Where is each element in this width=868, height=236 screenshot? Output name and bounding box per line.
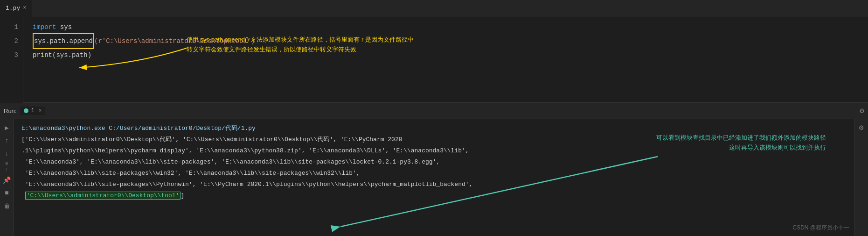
run-sidebar: ▶ ↑ ↓ ≡ ↑ 📌 ■ 🗑 [0,119,14,236]
code-sys: sys [56,20,72,34]
file-tab-close[interactable]: × [23,5,26,11]
output-cmd-line: E:\anaconda3\python.exe C:/Users/adminis… [21,123,847,134]
output-line-3: 'E:\\anaconda3', 'E:\\anaconda3\\lib\\si… [21,157,847,168]
run-tab-close[interactable]: × [39,108,42,114]
scroll-down-button[interactable]: ↓ [2,149,12,158]
annotation-run: 可以看到模块查找目录中已经添加进了我们额外添加的模块路径 这时再导入该模块则可以… [656,133,826,153]
file-tab-label: 1.py [6,5,20,12]
annotation-run-line1: 可以看到模块查找目录中已经添加进了我们额外添加的模块路径 [656,133,826,143]
code-area: 1 2 3 import sys sys.path.append(r'C:\Us… [0,16,868,103]
annotation-top-line2: 转义字符会致使文件路径发生错误，所以使路径中转义字符失效 [187,45,414,55]
file-tab[interactable]: 1.py × [0,0,32,16]
run-right-toolbar: ⚙ [854,119,868,236]
editor-section: 1.py × 1 2 3 import sys sys.path.append(… [0,0,868,103]
run-settings-icon[interactable]: ⚙ [859,123,864,132]
stop-button[interactable]: ■ [2,188,12,198]
run-status-dot [24,108,28,113]
rerun-button[interactable]: ≡ ↑ [2,162,12,172]
delete-button[interactable]: 🗑 [2,201,12,211]
code-line-2: sys.path.append(r'C:\Users\administrator… [33,34,868,48]
output-highlighted-path: 'C:\\Users\\administrator0\\Desktop\\too… [25,192,181,200]
highlighted-sys-path-append: sys.path.append [33,33,94,49]
output-line-4: 'E:\\anaconda3\\lib\\site-packages\\win3… [21,168,847,179]
code-line-3: print(sys.path) [33,48,868,62]
keyword-import: import [33,20,56,34]
code-content[interactable]: import sys sys.path.append(r'C:\Users\ad… [23,16,868,103]
pin-button[interactable]: 📌 [2,175,12,185]
run-tab-1[interactable]: 1 × [20,107,45,115]
output-line-5: 'E:\\anaconda3\\lib\\site-packages\\Pyth… [21,179,847,190]
editor-tab-bar: 1.py × [0,0,868,16]
play-button[interactable]: ▶ [2,123,12,132]
settings-icon[interactable]: ⚙ [860,106,864,115]
run-section: Run: 1 × ⚙ ▶ ↑ ↓ ≡ ↑ 📌 ■ 🗑 [0,103,868,236]
annotation-top: 使用 sys.path.append() 方法添加模块文件所在路径，括号里面有 … [187,35,414,55]
sys-path-append-text: sys.path.append [34,37,93,45]
code-line-1: import sys [33,20,868,34]
run-panel-body: ▶ ↑ ↓ ≡ ↑ 📌 ■ 🗑 E:\anaconda3\python.exe … [0,119,868,236]
line-numbers: 1 2 3 [0,16,23,103]
csdn-watermark: CSDN @程序员小十一 [792,222,849,233]
print-args: (sys.path) [52,48,91,62]
output-line-6: 'C:\\Users\\administrator0\\Desktop\\too… [21,190,847,201]
scroll-up-button[interactable]: ↑ [2,136,12,145]
print-fn: print [33,48,52,62]
run-output: E:\anaconda3\python.exe C:/Users/adminis… [14,119,854,236]
run-label: Run: [4,107,16,114]
run-tab-label: 1 [31,107,34,114]
annotation-run-line2: 这时再导入该模块则可以找到并执行 [656,143,826,153]
annotation-top-line1: 使用 sys.path.append() 方法添加模块文件所在路径，括号里面有 … [187,35,414,45]
run-tab-bar: Run: 1 × ⚙ [0,103,868,119]
